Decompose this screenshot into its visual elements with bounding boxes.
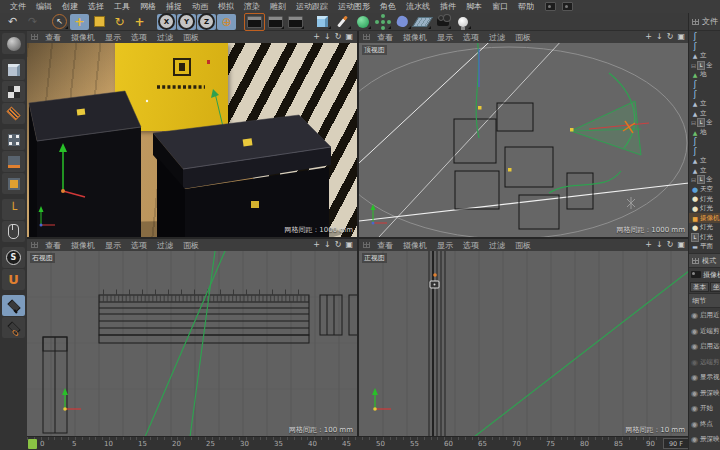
viewport-solo-button[interactable]	[2, 221, 25, 242]
attribute-row[interactable]: ◉近端剪	[689, 324, 720, 340]
last-tool-button[interactable]: +	[130, 14, 149, 30]
grip-dots-icon[interactable]	[363, 34, 370, 40]
orbit-view-icon[interactable]: ↻	[335, 239, 342, 251]
attribute-row[interactable]: ◉启用近	[689, 308, 720, 324]
menu-select[interactable]: 选择	[83, 1, 109, 12]
object-tree-item[interactable]: 立	[689, 108, 720, 118]
scale-tool-button[interactable]	[90, 14, 109, 30]
pan-view-icon[interactable]: +	[645, 239, 652, 251]
make-editable-button[interactable]	[2, 33, 25, 54]
viewport-front-scene[interactable]: 正视图	[359, 251, 689, 437]
object-tree-item[interactable]: ⊟全	[689, 61, 720, 71]
menu-snap[interactable]: 捕捉	[161, 1, 187, 12]
render-to-picture-viewer-button[interactable]	[266, 14, 285, 30]
dolly-view-icon[interactable]: ↓	[324, 31, 331, 43]
object-tree-item[interactable]: ⊟全	[689, 175, 720, 185]
object-tree-item[interactable]	[689, 147, 720, 157]
grip-dots-icon[interactable]	[31, 242, 38, 248]
attribute-row[interactable]: ◉显示视	[689, 370, 720, 386]
vp-menu-filter[interactable]: 过滤	[484, 32, 510, 43]
menu-window[interactable]: 窗口	[487, 1, 513, 12]
vp-menu-display[interactable]: 显示	[100, 32, 126, 43]
vp-menu-display[interactable]: 显示	[100, 240, 126, 251]
frame-end-field[interactable]: 90 F	[663, 438, 689, 449]
object-tree-item[interactable]: 立	[689, 99, 720, 109]
menu-pipeline[interactable]: 流水线	[401, 1, 435, 12]
toggle-view-icon[interactable]: ▣	[345, 239, 353, 251]
collapse-icon[interactable]: ⊟	[691, 62, 696, 69]
menu-tools[interactable]: 工具	[109, 1, 135, 12]
vp-menu-filter[interactable]: 过滤	[152, 240, 178, 251]
current-frame-marker[interactable]	[28, 439, 37, 449]
lock-x-axis-button[interactable]: X	[157, 14, 176, 30]
menu-sculpt[interactable]: 雕刻	[265, 1, 291, 12]
object-tree-item[interactable]	[689, 89, 720, 99]
object-tree-item[interactable]	[689, 80, 720, 90]
attribute-row[interactable]: ◉开始	[689, 401, 720, 417]
object-tree-item[interactable]: 天空	[689, 185, 720, 195]
toggle-view-icon[interactable]: ▣	[677, 239, 685, 251]
vp-menu-options[interactable]: 选项	[458, 240, 484, 251]
menu-help[interactable]: 帮助	[513, 1, 539, 12]
vp-menu-panel[interactable]: 面板	[178, 32, 204, 43]
attribute-row[interactable]: ◉景深映	[689, 432, 720, 448]
render-settings-button[interactable]	[286, 14, 305, 30]
vp-menu-view[interactable]: 查看	[372, 240, 398, 251]
vp-menu-cameras[interactable]: 摄像机	[66, 240, 100, 251]
model-mode-button[interactable]	[2, 59, 25, 80]
vp-menu-options[interactable]: 选项	[126, 32, 152, 43]
menu-render[interactable]: 渲染	[239, 1, 265, 12]
live-selection-button[interactable]: ↖	[50, 14, 69, 30]
add-floor-button[interactable]	[413, 14, 432, 30]
menu-create[interactable]: 创建	[57, 1, 83, 12]
add-cube-primitive-button[interactable]	[313, 14, 332, 30]
object-manager-file-menu[interactable]: 文件	[702, 16, 718, 27]
pan-view-icon[interactable]: +	[313, 239, 320, 251]
object-tree-item[interactable]: 灯光	[689, 232, 720, 242]
grip-dots-icon[interactable]	[31, 34, 38, 40]
animation-timeline[interactable]: 0 5 10 15 20 25 30 35 40 45 50 55 60 65 …	[27, 436, 689, 450]
attribute-manager-mode-bar[interactable]: 模式	[689, 253, 720, 268]
panel-grip-icon[interactable]	[692, 19, 699, 25]
object-tree-item-selected[interactable]: 摄像机	[689, 213, 720, 223]
add-deformer-button[interactable]	[393, 14, 412, 30]
menu-motion-tracker[interactable]: 运动跟踪	[291, 1, 333, 12]
vp-menu-panel[interactable]: 面板	[178, 240, 204, 251]
menu-plugins[interactable]: 插件	[435, 1, 461, 12]
menubar-camera-icon[interactable]	[545, 2, 556, 11]
collapse-icon[interactable]: ⊟	[691, 119, 696, 126]
vp-menu-filter[interactable]: 过滤	[152, 32, 178, 43]
attribute-row[interactable]: ◉启用远	[689, 339, 720, 355]
add-light-button[interactable]	[453, 14, 472, 30]
undo-button[interactable]: ↶	[3, 14, 22, 30]
vp-menu-cameras[interactable]: 摄像机	[66, 32, 100, 43]
add-camera-button[interactable]	[433, 14, 452, 30]
grip-dots-icon[interactable]	[363, 242, 370, 248]
object-tree-item[interactable]: 平面	[689, 242, 720, 252]
object-tree-item[interactable]: 立	[689, 166, 720, 176]
object-tree-item[interactable]	[689, 42, 720, 52]
object-tree-item[interactable]: 灯光	[689, 194, 720, 204]
object-tree-item[interactable]	[689, 32, 720, 42]
viewport-top-scene[interactable]: 顶视图	[359, 43, 689, 237]
move-tool-button[interactable]: +	[70, 14, 89, 30]
menu-edit[interactable]: 编辑	[31, 1, 57, 12]
rotate-tool-button[interactable]: ↻	[110, 14, 129, 30]
vp-menu-view[interactable]: 查看	[40, 240, 66, 251]
add-mograph-button[interactable]	[373, 14, 392, 30]
object-tree-item[interactable]: 立	[689, 156, 720, 166]
texture-mode-button[interactable]	[2, 81, 25, 102]
vp-menu-filter[interactable]: 过滤	[484, 240, 510, 251]
attribute-row[interactable]: ◉景深映	[689, 386, 720, 402]
attribute-row[interactable]: ◉终点	[689, 417, 720, 433]
menu-mesh[interactable]: 网格	[135, 1, 161, 12]
workplane-mode-button[interactable]	[2, 103, 25, 124]
menu-mograph[interactable]: 运动图形	[333, 1, 375, 12]
object-tree-item[interactable]: 灯光	[689, 204, 720, 214]
vp-menu-options[interactable]: 选项	[126, 240, 152, 251]
dolly-view-icon[interactable]: ↓	[656, 31, 663, 43]
menu-file[interactable]: 文件	[5, 1, 31, 12]
dolly-view-icon[interactable]: ↓	[656, 239, 663, 251]
attribute-section-header[interactable]: 细节	[689, 293, 720, 308]
vp-menu-cameras[interactable]: 摄像机	[398, 32, 432, 43]
